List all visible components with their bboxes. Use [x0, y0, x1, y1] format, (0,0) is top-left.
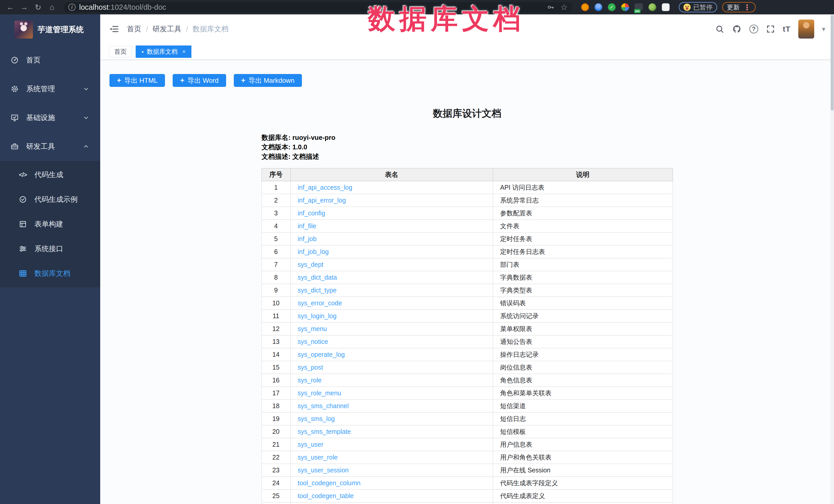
sidebar-item-dev-tools[interactable]: 研发工具	[0, 132, 100, 161]
table-name-link[interactable]: inf_api_error_log	[298, 197, 346, 204]
sidebar-item-infrastructure[interactable]: 基础设施	[0, 103, 100, 132]
emoji-avatar-icon	[683, 4, 690, 11]
extension-icon[interactable]	[621, 3, 629, 11]
table-name-link[interactable]: sys_error_code	[298, 300, 342, 307]
table-row: 2inf_api_error_log系统异常日志	[262, 194, 673, 207]
table-name-link[interactable]: inf_api_access_log	[298, 184, 352, 191]
row-index-cell: 25	[262, 489, 290, 502]
table-name-link[interactable]: sys_dict_data	[298, 274, 337, 281]
sidebar-collapse-icon[interactable]	[109, 24, 119, 34]
app-shell: 芋道管理系统 首页 系统管理	[0, 15, 834, 504]
reload-icon[interactable]: ↻	[32, 2, 44, 13]
meta-label: 文档版本:	[262, 143, 291, 151]
meta-value: 1.0.0	[292, 143, 307, 151]
fullscreen-icon[interactable]	[766, 24, 775, 34]
table-row: 24tool_codegen_column代码生成表字段定义	[262, 477, 673, 489]
table-row: 10sys_error_code错误码表	[262, 297, 673, 310]
logo-image[interactable]	[15, 21, 33, 39]
plus-icon: +	[180, 76, 184, 85]
table-row: 17sys_role_menu角色和菜单关联表	[262, 387, 673, 400]
scrollbar-thumb[interactable]	[831, 15, 834, 111]
table-name-link[interactable]: inf_file	[298, 222, 316, 229]
table-row: 20sys_sms_template短信模板	[262, 425, 673, 438]
sidebar-item-db-doc[interactable]: 数据库文档	[0, 261, 100, 286]
table-name-link[interactable]: sys_post	[298, 364, 323, 371]
extension-on-icon[interactable]: on	[635, 3, 643, 11]
font-size-icon[interactable]: tT	[783, 25, 791, 34]
home-icon[interactable]: ⌂	[46, 2, 58, 13]
row-index-cell: 15	[262, 361, 290, 374]
sidebar-item-form-builder[interactable]: 表单构建	[0, 212, 100, 237]
extension-check-icon[interactable]: ✓	[608, 3, 616, 11]
table-name-cell: sys_role_menu	[290, 387, 493, 400]
button-label: 导出 HTML	[124, 76, 157, 85]
profile-paused-chip[interactable]: 已暂停	[679, 2, 717, 12]
url-text[interactable]: localhost:1024/tool/db-doc	[79, 3, 166, 12]
export-markdown-button[interactable]: + 导出 Markdown	[234, 74, 302, 87]
address-bar[interactable]: i localhost:1024/tool/db-doc ☆	[64, 2, 572, 12]
table-name-link[interactable]: sys_operate_log	[298, 351, 345, 358]
table-name-link[interactable]: tool_codegen_table	[298, 492, 354, 499]
row-index-cell: 18	[262, 400, 290, 413]
doc-table-body: 1inf_api_access_logAPI 访问日志表2inf_api_err…	[262, 181, 673, 504]
avatar-caret-down-icon[interactable]: ▾	[822, 25, 825, 33]
extension-icon[interactable]	[581, 3, 589, 11]
back-icon[interactable]: ←	[5, 2, 16, 13]
table-name-link[interactable]: sys_user_session	[298, 466, 349, 474]
export-html-button[interactable]: + 导出 HTML	[109, 74, 165, 87]
table-name-link[interactable]: sys_notice	[298, 338, 328, 345]
export-word-button[interactable]: + 导出 Word	[173, 74, 226, 87]
puzzle-extension-icon[interactable]	[662, 3, 670, 11]
help-icon[interactable]: ?	[749, 25, 758, 34]
row-index-cell: 12	[262, 323, 290, 335]
meta-doc-description: 文档描述: 文档描述	[262, 152, 673, 161]
table-name-link[interactable]: sys_login_log	[298, 312, 337, 320]
table-name-link[interactable]: inf_job_log	[298, 248, 329, 255]
extension-icon[interactable]	[595, 3, 602, 11]
export-toolbar: + 导出 HTML + 导出 Word + 导出 Markdown	[109, 74, 834, 87]
table-name-link[interactable]: inf_config	[298, 210, 325, 217]
table-name-link[interactable]: sys_dict_type	[298, 287, 336, 294]
sidebar-item-home[interactable]: 首页	[0, 46, 100, 74]
password-key-icon[interactable]	[547, 3, 555, 11]
sidebar-item-code-generation[interactable]: </> 代码生成	[0, 162, 100, 187]
table-name-link[interactable]: sys_user	[298, 441, 324, 448]
table-name-cell: inf_api_error_log	[290, 194, 493, 207]
sidebar-item-system-api[interactable]: 系统接口	[0, 237, 100, 261]
avatar[interactable]	[798, 20, 814, 39]
sidebar-menu: 首页 系统管理 基础设施	[0, 46, 100, 287]
search-icon[interactable]	[715, 24, 724, 34]
table-name-link[interactable]: sys_role	[298, 376, 322, 384]
table-name-link[interactable]: sys_sms_channel	[298, 402, 349, 410]
table-name-link[interactable]: sys_user_role	[298, 454, 338, 461]
row-index-cell: 22	[262, 451, 290, 464]
table-name-link[interactable]: inf_job	[298, 235, 317, 242]
sidebar-item-system[interactable]: 系统管理	[0, 74, 100, 103]
table-name-link[interactable]: sys_role_menu	[298, 389, 342, 397]
app-logo-row[interactable]: 芋道管理系统	[15, 21, 100, 39]
table-desc-cell: 系统异常日志	[493, 194, 673, 207]
sidebar-item-code-gen-example[interactable]: 代码生成示例	[0, 187, 100, 212]
browser-update-button[interactable]: 更新 ⋮	[722, 2, 755, 12]
table-name-link[interactable]: sys_sms_template	[298, 428, 351, 435]
table-name-link[interactable]: sys_dept	[298, 261, 324, 268]
table-name-link[interactable]: sys_menu	[298, 325, 327, 332]
bookmark-star-icon[interactable]: ☆	[561, 2, 568, 12]
tab-db-doc[interactable]: ● 数据库文档 ×	[136, 45, 192, 58]
github-icon[interactable]	[732, 24, 742, 34]
table-row: 25tool_codegen_table代码生成表定义	[262, 489, 673, 502]
table-name-link[interactable]: tool_codegen_column	[298, 479, 361, 486]
breadcrumb-dev-tools[interactable]: 研发工具	[153, 24, 181, 34]
forward-icon[interactable]: →	[19, 2, 30, 13]
extension-icon[interactable]	[649, 3, 656, 11]
site-info-icon[interactable]: i	[68, 4, 75, 11]
sidebar: 芋道管理系统 首页 系统管理	[0, 15, 100, 504]
tab-home[interactable]: 首页	[109, 46, 132, 57]
form-icon	[19, 220, 27, 228]
table-name-link[interactable]: sys_sms_log	[298, 415, 335, 422]
update-label: 更新	[727, 3, 740, 12]
row-index-cell: 10	[262, 297, 290, 310]
breadcrumb-home[interactable]: 首页	[127, 24, 141, 34]
tab-close-icon[interactable]: ×	[182, 48, 185, 55]
chrome-menu-icon[interactable]: ⋮	[743, 3, 751, 12]
